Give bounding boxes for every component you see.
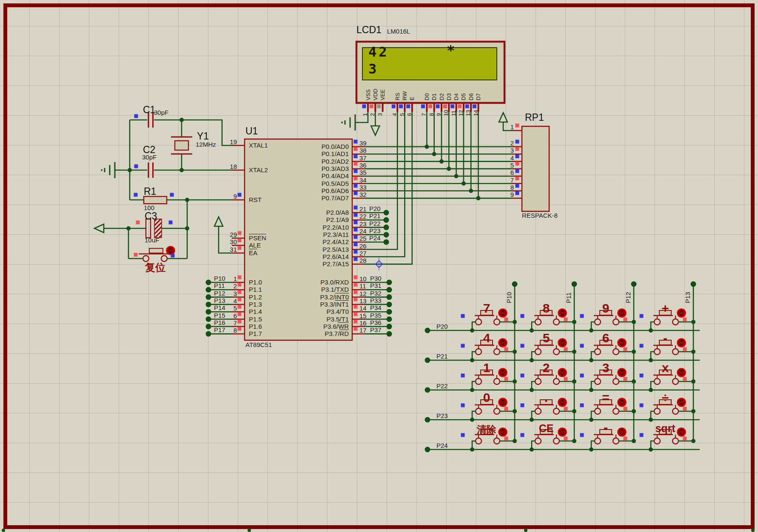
pin-number: 9 <box>498 191 514 198</box>
part-ref: U1 <box>245 126 258 136</box>
pin-number: 25 <box>359 235 367 242</box>
pin-name-text: P0.7/AD7 <box>322 194 349 202</box>
part-value: 30pF <box>142 154 157 161</box>
key-label[interactable]: sqrt <box>647 423 684 434</box>
pin-number: 7 <box>421 113 427 116</box>
pin-number: 10 <box>359 276 367 282</box>
pin-name: D5 <box>461 93 467 100</box>
pin-number: 38 <box>359 147 367 154</box>
pin-name: D0 <box>424 93 430 100</box>
pin-number: 1 <box>498 124 514 131</box>
pin-name: D7 <box>476 93 482 100</box>
key-label[interactable]: 9 <box>587 302 624 315</box>
pin-name-text: P3.5/T1 <box>326 316 349 323</box>
net-label: P35 <box>370 312 382 319</box>
pin-name: P0.3/AD3 <box>264 165 349 172</box>
part-ref: LCD1 <box>356 25 382 35</box>
lcd-line1: 42 <box>368 45 389 60</box>
pin-name: P1.4 <box>249 308 262 315</box>
key-label[interactable]: - <box>647 331 684 345</box>
pin-number: 10 <box>443 110 449 116</box>
key-label[interactable]: 5 <box>527 331 565 345</box>
key-label[interactable]: = <box>587 391 624 404</box>
pin-name: D3 <box>446 93 452 100</box>
pin-name-text: P0.3/AD3 <box>322 165 349 172</box>
pin-name-text: P1.3 <box>249 301 262 308</box>
pin-number: 31 <box>217 246 237 253</box>
reset-button-label[interactable]: 复位 <box>137 262 173 273</box>
pin-number: 6 <box>217 313 237 319</box>
pin-name: P1.5 <box>249 316 262 323</box>
key-label[interactable]: 2 <box>527 361 565 375</box>
pin-name: P3.5/T1 <box>264 316 349 323</box>
key-label[interactable]: . <box>527 391 565 404</box>
part-value: LM016L <box>387 28 410 35</box>
pin-name: P2.1/A9 <box>264 216 349 223</box>
pin-name-overbar: INT0 <box>335 293 349 301</box>
pin-name: EA <box>249 250 257 256</box>
key-label[interactable]: x <box>647 361 684 375</box>
pin-number: 2 <box>217 283 237 290</box>
part-value: AT89C51 <box>245 341 272 348</box>
pin-number: 2 <box>498 140 514 147</box>
part-ref: RP1 <box>525 112 544 122</box>
net-label: P20 <box>369 205 381 212</box>
pin-number: 23 <box>359 221 367 228</box>
pin-name-text: P0.4/AD4 <box>322 172 349 179</box>
pin-name-overbar: WR <box>338 323 349 330</box>
key-label[interactable]: 6 <box>587 331 624 345</box>
key-label[interactable]: - <box>587 421 624 434</box>
pin-name-text: P3.3/ <box>320 301 335 308</box>
part-ref: C1 <box>143 105 155 115</box>
key-label[interactable]: 7 <box>468 302 505 315</box>
pin-name-text: P1.0 <box>249 279 262 286</box>
pin-name-text: P1.6 <box>249 323 262 330</box>
key-label[interactable]: ÷ <box>647 391 684 404</box>
net-label: P31 <box>370 282 382 289</box>
key-label[interactable]: 4 <box>468 331 505 345</box>
key-label[interactable]: 0 <box>468 391 505 404</box>
pin-name: RW <box>402 91 408 100</box>
pin-name: P2.5/A13 <box>264 246 349 253</box>
net-label: P23 <box>436 413 448 419</box>
key-label[interactable]: 1 <box>468 361 505 375</box>
pin-number: 16 <box>359 320 367 327</box>
part-value: RESPACK-8 <box>522 212 558 219</box>
part-ref: C3 <box>145 211 157 221</box>
part-value: 30pF <box>154 109 168 116</box>
pin-name-text: P0.1/AD1 <box>322 150 349 157</box>
pin-name: P2.3/A11 <box>264 231 349 238</box>
key-label[interactable]: CE <box>527 423 565 434</box>
key-label[interactable]: 清除 <box>468 424 505 435</box>
pin-name-text: P3.2/ <box>320 293 335 301</box>
pin-number: 17 <box>359 327 367 334</box>
pin-number: 13 <box>465 110 471 116</box>
pin-number: 14 <box>473 110 479 116</box>
pin-name: D1 <box>431 93 437 100</box>
pin-number: 3 <box>217 290 237 297</box>
key-label[interactable]: + <box>647 302 684 315</box>
pin-name: P1.1 <box>249 286 262 293</box>
pin-name: P3.2/INT0 <box>264 294 349 301</box>
pin-name: P3.3/INT1 <box>264 301 349 308</box>
pin-name: VEE <box>380 89 386 100</box>
pin-name: P1.3 <box>249 301 262 308</box>
net-label: P20 <box>436 323 448 330</box>
key-label[interactable]: 8 <box>527 302 565 315</box>
pin-number: 4 <box>217 298 237 304</box>
net-label: P22 <box>369 220 381 227</box>
pin-name-text: P3.7/ <box>325 330 339 337</box>
lcd-cursor: * <box>447 43 457 58</box>
pin-name-text: P1.1 <box>249 286 262 293</box>
pin-number: 7 <box>217 320 237 327</box>
pin-number: 34 <box>359 177 367 184</box>
pin-number: 26 <box>359 243 367 250</box>
pin-number: 11 <box>359 283 366 290</box>
pin-name: RST <box>249 196 262 203</box>
pin-number: 22 <box>359 213 367 220</box>
key-label[interactable]: 3 <box>587 361 624 375</box>
part-value: 12MHz <box>196 141 216 148</box>
pin-name: P0.5/AD5 <box>264 180 349 187</box>
pin-name-text: P2.4/A12 <box>322 238 349 245</box>
part-ref: R1 <box>144 186 156 196</box>
